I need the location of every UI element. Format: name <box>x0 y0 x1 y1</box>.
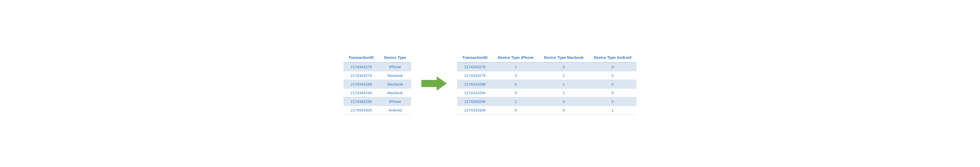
left-table-row: 2174343306Android <box>344 106 411 114</box>
left-table-row: 2174343278iPhone <box>344 62 411 71</box>
right-table-wrapper: TransactionID Device Type iPhone Device … <box>457 53 636 115</box>
left-cell-transactionid: 2174343288 <box>344 80 379 88</box>
right-cell-iphone: 0 <box>493 106 539 114</box>
right-cell-iphone: 0 <box>493 71 539 80</box>
left-cell-devicetype: Macbook <box>379 80 411 88</box>
right-header-android: Device Type Android <box>589 53 637 62</box>
right-cell-macbook: 0 <box>539 106 589 114</box>
left-cell-transactionid: 2174343296 <box>344 97 379 106</box>
right-cell-transactionid: 2174343279 <box>457 71 493 80</box>
right-cell-android: 0 <box>589 97 637 106</box>
left-cell-transactionid: 2174343294 <box>344 88 379 97</box>
right-table-row: 2174343278100 <box>457 62 636 71</box>
left-table-row: 2174343279Macbook <box>344 71 411 80</box>
left-cell-devicetype: Macbook <box>379 71 411 80</box>
left-header-transactionid: TransactionID <box>344 53 379 62</box>
left-cell-transactionid: 2174343306 <box>344 106 379 114</box>
right-cell-iphone: 1 <box>493 62 539 71</box>
left-cell-devicetype: Android <box>379 106 411 114</box>
right-table-row: 2174343294010 <box>457 88 636 97</box>
right-cell-transactionid: 2174343296 <box>457 97 493 106</box>
right-cell-iphone: 1 <box>493 97 539 106</box>
right-cell-android: 0 <box>589 62 637 71</box>
right-header-row: TransactionID Device Type iPhone Device … <box>457 53 636 62</box>
left-header-devicetype: Device Type <box>379 53 411 62</box>
right-table-row: 2174343306001 <box>457 106 636 114</box>
left-cell-devicetype: iPhone <box>379 97 411 106</box>
right-cell-android: 0 <box>589 88 637 97</box>
right-cell-macbook: 0 <box>539 97 589 106</box>
right-cell-macbook: 1 <box>539 71 589 80</box>
right-cell-iphone: 0 <box>493 80 539 88</box>
right-header-macbook: Device Type Macbook <box>539 53 589 62</box>
main-container: TransactionID Device Type 2174343278iPho… <box>344 53 637 115</box>
arrow-shape <box>422 76 447 91</box>
right-cell-macbook: 1 <box>539 80 589 88</box>
arrow-head <box>437 76 447 91</box>
right-cell-android: 0 <box>589 71 637 80</box>
right-cell-transactionid: 2174343278 <box>457 62 493 71</box>
right-table-row: 2174343288010 <box>457 80 636 88</box>
left-cell-transactionid: 2174343279 <box>344 71 379 80</box>
right-header-iphone: Device Type iPhone <box>493 53 539 62</box>
right-table-row: 2174343279010 <box>457 71 636 80</box>
left-header-row: TransactionID Device Type <box>344 53 411 62</box>
right-table: TransactionID Device Type iPhone Device … <box>457 53 636 115</box>
right-cell-iphone: 0 <box>493 88 539 97</box>
left-table-row: 2174343296iPhone <box>344 97 411 106</box>
left-cell-devicetype: Macbook <box>379 88 411 97</box>
right-cell-transactionid: 2174343294 <box>457 88 493 97</box>
transform-arrow <box>422 76 447 91</box>
right-cell-android: 1 <box>589 106 637 114</box>
right-cell-android: 0 <box>589 80 637 88</box>
right-table-row: 2174343296100 <box>457 97 636 106</box>
right-cell-transactionid: 2174343306 <box>457 106 493 114</box>
left-table-row: 2174343294Macbook <box>344 88 411 97</box>
left-table: TransactionID Device Type 2174343278iPho… <box>344 53 411 115</box>
right-cell-macbook: 0 <box>539 62 589 71</box>
left-cell-devicetype: iPhone <box>379 62 411 71</box>
left-table-wrapper: TransactionID Device Type 2174343278iPho… <box>344 53 411 115</box>
left-table-row: 2174343288Macbook <box>344 80 411 88</box>
right-header-transactionid: TransactionID <box>457 53 493 62</box>
left-cell-transactionid: 2174343278 <box>344 62 379 71</box>
arrow-body <box>422 80 437 87</box>
right-cell-transactionid: 2174343288 <box>457 80 493 88</box>
right-cell-macbook: 1 <box>539 88 589 97</box>
